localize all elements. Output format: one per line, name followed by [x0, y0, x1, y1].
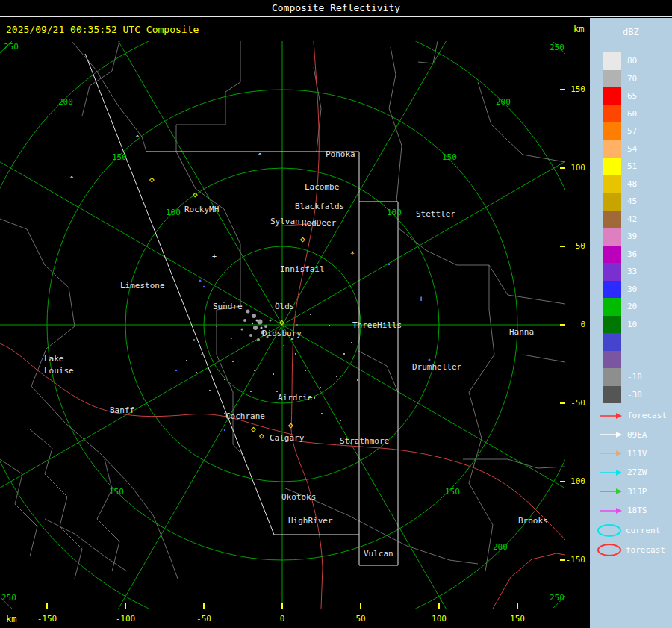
radar-site-marker: ◇ [251, 425, 256, 434]
bottom-axis-label: 100 [424, 614, 454, 624]
dbz-scale-row: 20 [590, 298, 672, 316]
city-label-hanna: Hanna [509, 328, 534, 337]
city-label-okotoks: Okotoks [281, 493, 316, 502]
bottom-axis-label: -100 [111, 614, 140, 624]
right-axis-label: -100 [566, 477, 586, 486]
dbz-color-swatch [603, 140, 621, 158]
city-label-innisfail: Innisfail [280, 265, 325, 274]
city-label-lake: Lake [44, 355, 64, 364]
radar-site-marker: ◇ [149, 175, 155, 184]
radar-viewer-window: Composite_Reflectivity 2025/09/21 00:35:… [0, 0, 672, 628]
dbz-scale-value: 36 [627, 249, 637, 259]
legend-arrow-label: 18TS [627, 506, 647, 515]
legend-arrow-row: 09EA [590, 425, 672, 444]
legend-ellipse-row: forecast [590, 540, 672, 559]
legend-panel: dBZ 80706560575451484542393633302010-10-… [590, 18, 672, 628]
bottom-axis-label: 50 [346, 614, 376, 624]
dbz-color-swatch [603, 175, 621, 193]
arrow-icon [599, 468, 623, 477]
dbz-scale-row: 54 [590, 140, 672, 158]
dbz-scale-value: 80 [627, 56, 637, 66]
city-label-cochrane: Cochrane [225, 412, 265, 421]
bottom-axis-label: 150 [503, 614, 532, 624]
dbz-color-swatch [603, 351, 621, 369]
right-axis-label: -50 [570, 399, 585, 408]
legend-arrow-row: 27ZW [590, 463, 672, 482]
dbz-color-swatch [603, 386, 621, 404]
dbz-scale-value: 70 [627, 74, 637, 84]
legend-arrow-row: 111V [590, 444, 672, 463]
dbz-color-swatch [603, 316, 621, 334]
legend-arrow-row: forecast [590, 406, 672, 425]
dbz-color-scale: 80706560575451484542393633302010-10-30 [590, 52, 672, 403]
legend-arrow-label: forecast [627, 411, 667, 420]
ring-distance-label: 100 [166, 208, 181, 217]
map-symbol: * [350, 251, 355, 258]
legend-arrow-row: 31JP [590, 482, 672, 501]
dbz-color-swatch [603, 70, 621, 88]
dbz-scale-value: 57 [627, 126, 637, 136]
ring-distance-label: 250 [550, 594, 564, 603]
arrow-icon [599, 430, 623, 439]
ring-distance-label: 200 [58, 98, 73, 107]
ring-distance-label: 200 [496, 98, 511, 107]
city-label-airdrie: Airdrie [278, 394, 312, 402]
dbz-color-swatch [603, 211, 621, 228]
bottom-axis-label: 0 [267, 614, 297, 624]
right-axis-label: 50 [576, 242, 585, 251]
city-label-blackfalds: Blackfalds [295, 202, 344, 211]
city-label-rockymh: RockyMH [184, 205, 219, 214]
dbz-scale-row: -10 [590, 368, 672, 386]
arrow-icon [599, 487, 623, 496]
dbz-color-swatch [603, 228, 621, 246]
window-title: Composite_Reflectivity [272, 2, 400, 13]
dbz-scale-value: 39 [627, 231, 637, 241]
map-symbol: ^ [69, 176, 74, 184]
dbz-scale-row: 57 [590, 122, 672, 140]
radar-site-marker: ◇ [300, 235, 305, 244]
dbz-scale-row: 80 [590, 52, 672, 70]
right-axis-label: 100 [570, 164, 585, 172]
bottom-axis: km -150-100-50050100150 [0, 609, 590, 628]
dbz-scale-value: 42 [627, 214, 637, 224]
legend-arrow-label: 111V [627, 449, 647, 458]
dbz-scale-row: 60 [590, 105, 672, 123]
legend-arrow-list: forecast09EA111V27ZW31JP18TS [590, 406, 672, 520]
dbz-scale-value: 60 [627, 109, 637, 119]
map-symbol: ^ [135, 135, 140, 143]
dbz-scale-row: 33 [590, 263, 672, 281]
ring-distance-label: 150 [442, 153, 457, 162]
legend-arrow-label: 31JP [627, 487, 647, 497]
dbz-scale-row [590, 333, 672, 351]
radar-site-marker: ◇ [193, 190, 198, 199]
legend-unit-label: dBZ [623, 27, 639, 37]
dbz-scale-value: 51 [627, 161, 637, 171]
ring-distance-label: 150 [445, 488, 460, 497]
city-label-brooks: Brooks [518, 517, 548, 526]
dbz-color-swatch [603, 87, 621, 105]
map-symbol: ^ [258, 153, 262, 161]
ring-distance-label: 200 [493, 543, 508, 552]
city-label-limestone: Limestone [120, 282, 165, 290]
dbz-scale-value: 20 [627, 302, 637, 311]
city-label-olds: Olds [275, 302, 295, 311]
right-axis-unit-label: km [573, 24, 584, 34]
dbz-scale-value: 33 [627, 267, 637, 276]
dbz-color-swatch [603, 263, 621, 281]
dbz-scale-row: 51 [590, 158, 672, 175]
dbz-scale-value: -10 [627, 372, 642, 382]
city-label-highriver: HighRiver [288, 517, 333, 526]
radar-site-marker: ◇ [279, 318, 284, 327]
dbz-color-swatch [603, 105, 621, 123]
ring-distance-label: 100 [387, 208, 402, 217]
arrow-icon [599, 449, 623, 458]
legend-ellipse-label: current [626, 526, 660, 535]
city-label-banff: Banff [110, 406, 134, 415]
dbz-color-swatch [603, 368, 621, 386]
ring-distance-label: 250 [1, 594, 16, 603]
dbz-scale-value: 48 [627, 179, 637, 189]
dbz-color-swatch [603, 158, 621, 175]
radar-map-canvas[interactable]: 250200150100100150200250150250150200250 … [0, 41, 565, 609]
city-label-drumheller: Drumheller [412, 363, 461, 372]
ring-distance-label: 250 [550, 43, 564, 52]
